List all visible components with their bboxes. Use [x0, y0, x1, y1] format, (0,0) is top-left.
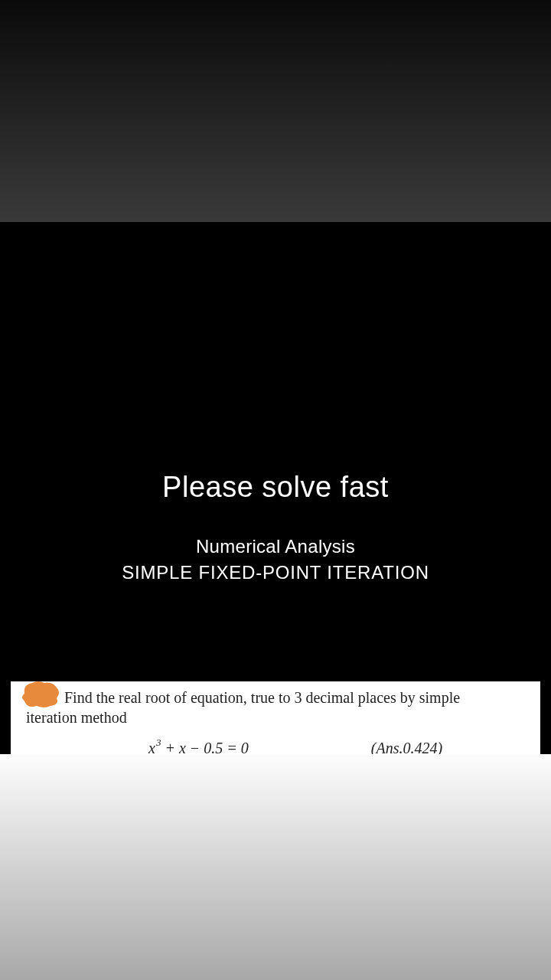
heading-sub1: Numerical Analysis	[0, 536, 551, 557]
problem-card: Find the real root of equation, true to …	[11, 681, 540, 754]
heading-block: Please solve fast Numerical Analysis SIM…	[0, 471, 551, 583]
equation-exponent: 3	[156, 737, 161, 748]
annotation-blob-icon	[15, 678, 64, 710]
top-gradient-area	[0, 0, 551, 222]
heading-main: Please solve fast	[0, 471, 551, 504]
bottom-gradient-area	[0, 754, 551, 980]
problem-text-line2: iteration method	[26, 707, 533, 727]
problem-text-line1: Find the real root of equation, true to …	[64, 688, 533, 707]
heading-sub2: SIMPLE FIXED-POINT ITERATION	[0, 562, 551, 583]
